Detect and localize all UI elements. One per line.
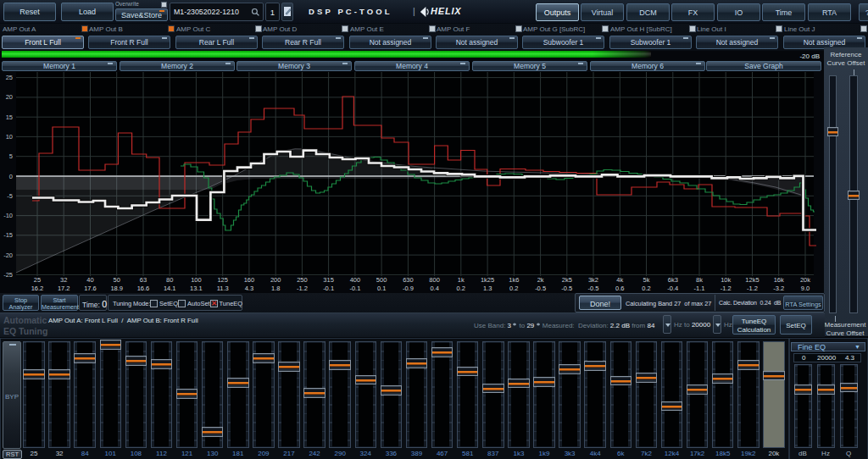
svg-text:17.6: 17.6 bbox=[84, 285, 97, 292]
svg-text:-1.2: -1.2 bbox=[721, 285, 732, 292]
svg-text:14.1: 14.1 bbox=[164, 285, 176, 292]
svg-text:63: 63 bbox=[140, 276, 147, 284]
svg-text:80: 80 bbox=[166, 276, 173, 284]
svg-text:12k5: 12k5 bbox=[745, 276, 759, 284]
svg-text:0.2: 0.2 bbox=[457, 285, 465, 292]
svg-text:17.2: 17.2 bbox=[58, 285, 70, 292]
svg-text:-0.1: -0.1 bbox=[323, 285, 334, 292]
svg-text:-20: -20 bbox=[3, 252, 13, 259]
svg-text:2k5: 2k5 bbox=[562, 276, 572, 284]
svg-text:13.1: 13.1 bbox=[190, 285, 203, 292]
svg-text:6k3: 6k3 bbox=[668, 276, 678, 284]
svg-text:3k2: 3k2 bbox=[588, 276, 598, 284]
svg-text:18.9: 18.9 bbox=[110, 285, 123, 292]
svg-text:0.2: 0.2 bbox=[509, 285, 518, 292]
svg-text:16.2: 16.2 bbox=[31, 285, 44, 292]
svg-text:0.1: 0.1 bbox=[377, 285, 386, 292]
svg-text:20: 20 bbox=[6, 93, 13, 101]
svg-text:-10: -10 bbox=[3, 212, 13, 219]
svg-text:25: 25 bbox=[34, 276, 41, 284]
svg-text:5: 5 bbox=[9, 152, 13, 160]
svg-text:-3.2: -3.2 bbox=[773, 285, 784, 292]
svg-text:10k: 10k bbox=[721, 276, 731, 284]
svg-text:100: 100 bbox=[191, 276, 202, 284]
svg-text:-1.2: -1.2 bbox=[297, 285, 308, 292]
svg-text:50: 50 bbox=[114, 276, 120, 284]
svg-text:-1.2: -1.2 bbox=[747, 285, 758, 292]
svg-text:32: 32 bbox=[60, 276, 67, 284]
svg-text:15: 15 bbox=[6, 113, 13, 121]
svg-text:-0.5: -0.5 bbox=[535, 285, 546, 292]
svg-text:5k: 5k bbox=[643, 276, 650, 284]
svg-text:1k: 1k bbox=[458, 276, 465, 284]
svg-text:20k: 20k bbox=[800, 276, 810, 284]
svg-text:4k: 4k bbox=[616, 276, 623, 284]
svg-text:-1.1: -1.1 bbox=[694, 285, 705, 292]
svg-text:40: 40 bbox=[86, 276, 93, 284]
svg-text:315: 315 bbox=[323, 276, 334, 284]
svg-text:0.6: 0.6 bbox=[615, 285, 624, 292]
svg-text:16k: 16k bbox=[774, 276, 784, 284]
svg-text:1k6: 1k6 bbox=[509, 276, 519, 284]
svg-text:1.8: 1.8 bbox=[271, 285, 280, 292]
svg-text:9.0: 9.0 bbox=[801, 285, 810, 292]
svg-text:800: 800 bbox=[429, 276, 440, 284]
svg-text:-0.9: -0.9 bbox=[403, 285, 414, 292]
svg-text:-0.4: -0.4 bbox=[667, 285, 678, 292]
svg-text:125: 125 bbox=[217, 276, 228, 284]
svg-text:160: 160 bbox=[244, 276, 255, 284]
svg-text:10: 10 bbox=[6, 133, 13, 141]
svg-text:-0.5: -0.5 bbox=[588, 285, 599, 292]
svg-text:-0.1: -0.1 bbox=[349, 285, 360, 292]
svg-text:8k: 8k bbox=[696, 276, 703, 284]
svg-text:-5: -5 bbox=[7, 192, 13, 200]
svg-text:630: 630 bbox=[403, 276, 414, 284]
svg-text:200: 200 bbox=[270, 276, 281, 284]
svg-text:11.3: 11.3 bbox=[217, 285, 229, 292]
svg-text:400: 400 bbox=[350, 276, 361, 284]
svg-text:0: 0 bbox=[9, 173, 13, 180]
svg-text:0.2: 0.2 bbox=[642, 285, 650, 292]
svg-text:1.3: 1.3 bbox=[483, 285, 492, 292]
svg-text:-0.5: -0.5 bbox=[561, 285, 572, 292]
svg-text:-25: -25 bbox=[3, 271, 13, 279]
svg-text:2k: 2k bbox=[537, 276, 544, 284]
svg-text:4.3: 4.3 bbox=[245, 285, 253, 292]
svg-text:16.6: 16.6 bbox=[137, 285, 150, 292]
svg-text:0.4: 0.4 bbox=[430, 285, 438, 292]
svg-text:500: 500 bbox=[376, 276, 387, 284]
svg-text:25: 25 bbox=[6, 74, 13, 81]
svg-text:250: 250 bbox=[297, 276, 308, 284]
svg-text:-15: -15 bbox=[3, 231, 13, 239]
svg-text:1k25: 1k25 bbox=[481, 276, 494, 284]
